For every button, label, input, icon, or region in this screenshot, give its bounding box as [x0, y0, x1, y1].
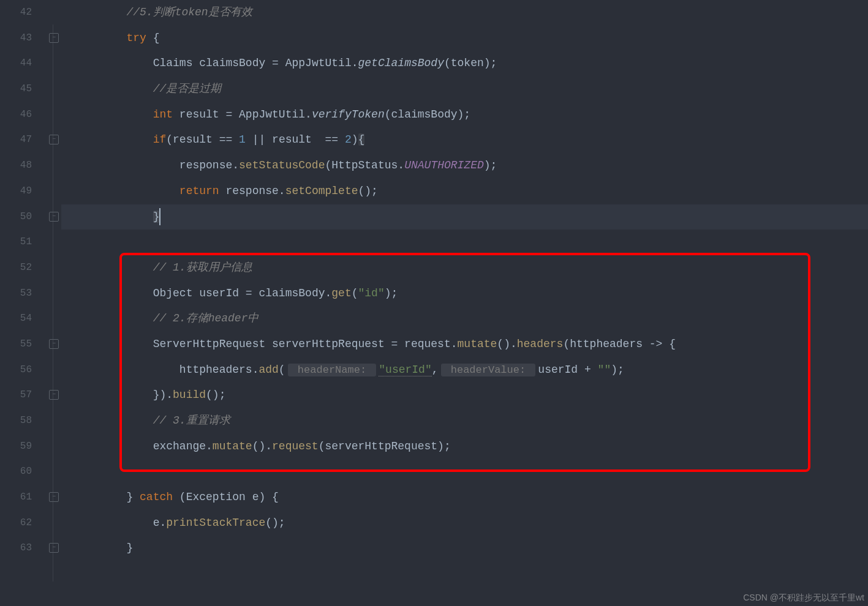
code-line[interactable]: } catch (Exception e) { — [61, 485, 868, 511]
line-number[interactable]: 59 — [0, 434, 32, 460]
fold-marker-icon[interactable]: − — [49, 212, 59, 222]
code-line[interactable]: if(result == 1 || result == 2){ — [61, 127, 868, 153]
watermark: CSDN @不积跬步无以至千里wt — [743, 593, 864, 604]
line-number[interactable]: 56 — [0, 357, 32, 383]
fold-gutter: − − − − − − − — [37, 0, 61, 606]
code-line[interactable]: //5.判断token是否有效 — [61, 0, 868, 26]
code-editor[interactable]: 42 43 44 45 46 47 48 49 50 51 52 53 54 5… — [0, 0, 868, 606]
code-line[interactable]: try { — [61, 26, 868, 51]
code-line[interactable]: e.printStackTrace(); — [61, 511, 868, 536]
line-number[interactable]: 58 — [0, 408, 32, 434]
code-line[interactable]: ServerHttpRequest serverHttpRequest = re… — [61, 332, 868, 357]
line-number[interactable]: 48 — [0, 153, 32, 179]
code-line[interactable]: //是否是过期 — [61, 77, 868, 102]
code-line-current[interactable]: } — [61, 204, 868, 230]
code-area[interactable]: //5.判断token是否有效 try { Claims claimsBody … — [61, 0, 868, 606]
line-number[interactable]: 53 — [0, 281, 32, 307]
code-line[interactable]: Claims claimsBody = AppJwtUtil.getClaims… — [61, 51, 868, 77]
line-number[interactable]: 63 — [0, 536, 32, 561]
code-line[interactable] — [61, 459, 868, 485]
line-number[interactable]: 51 — [0, 230, 32, 255]
line-number[interactable]: 44 — [0, 51, 32, 77]
fold-collapse-icon[interactable]: − — [49, 33, 59, 43]
line-number[interactable]: 60 — [0, 459, 32, 485]
fold-marker-icon[interactable]: − — [49, 390, 59, 400]
code-line[interactable]: return response.setComplete(); — [61, 179, 868, 204]
fold-collapse-icon[interactable]: − — [49, 339, 59, 349]
code-line[interactable]: Object userId = claimsBody.get("id"); — [61, 281, 868, 307]
fold-collapse-icon[interactable]: − — [49, 135, 59, 144]
parameter-hint: headerName: — [288, 364, 377, 376]
line-number[interactable]: 55 — [0, 332, 32, 357]
caret-icon — [159, 208, 160, 225]
line-number[interactable]: 52 — [0, 255, 32, 281]
line-number[interactable]: 43 — [0, 26, 32, 51]
line-number[interactable]: 47 — [0, 127, 32, 153]
line-number[interactable]: 54 — [0, 306, 32, 332]
code-line[interactable]: httpheaders.add( headerName: "userId", h… — [61, 357, 868, 383]
code-line[interactable]: // 2.存储header中 — [61, 306, 868, 332]
line-number[interactable]: 50 — [0, 204, 32, 230]
line-number[interactable]: 42 — [0, 0, 32, 26]
code-line[interactable]: // 3.重置请求 — [61, 408, 868, 434]
line-number[interactable]: 46 — [0, 102, 32, 128]
code-line[interactable]: response.setStatusCode(HttpStatus.UNAUTH… — [61, 153, 868, 179]
code-line[interactable] — [61, 230, 868, 255]
code-line[interactable]: }).build(); — [61, 383, 868, 408]
code-line[interactable]: } — [61, 536, 868, 561]
line-number-gutter: 42 43 44 45 46 47 48 49 50 51 52 53 54 5… — [0, 0, 37, 606]
line-number[interactable]: 61 — [0, 485, 32, 511]
parameter-hint: headerValue: — [441, 364, 536, 376]
code-line[interactable]: exchange.mutate().request(serverHttpRequ… — [61, 434, 868, 460]
fold-marker-icon[interactable]: − — [49, 543, 59, 553]
line-number[interactable]: 57 — [0, 383, 32, 408]
code-line[interactable]: // 1.获取用户信息 — [61, 255, 868, 281]
fold-collapse-icon[interactable]: − — [49, 492, 59, 502]
line-number[interactable]: 49 — [0, 179, 32, 204]
code-line[interactable]: int result = AppJwtUtil.verifyToken(clai… — [61, 102, 868, 128]
line-number[interactable]: 62 — [0, 511, 32, 536]
line-number[interactable]: 45 — [0, 77, 32, 102]
